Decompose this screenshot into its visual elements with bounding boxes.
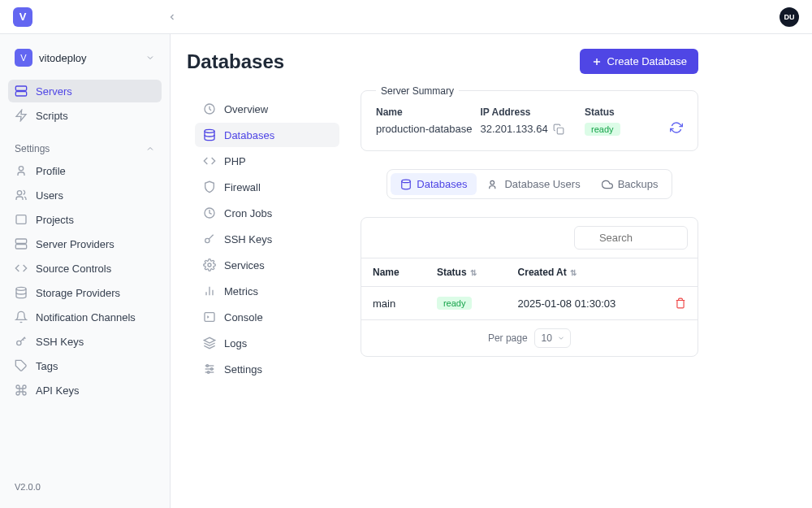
- server-subnav: Overview Databases PHP Firewall Cron Job…: [187, 87, 348, 393]
- subnav-firewall[interactable]: Firewall: [195, 175, 339, 199]
- subnav-console[interactable]: Console: [195, 305, 339, 329]
- search-input[interactable]: [574, 226, 688, 250]
- svg-rect-0: [15, 86, 26, 90]
- subnav-cron-jobs[interactable]: Cron Jobs: [195, 201, 339, 225]
- create-database-button[interactable]: Create Database: [580, 49, 698, 74]
- project-name: vitodeploy: [39, 52, 139, 64]
- svg-point-6: [17, 191, 21, 195]
- svg-line-13: [24, 337, 25, 338]
- database-icon: [15, 286, 28, 299]
- shield-icon: [203, 180, 216, 193]
- copy-icon[interactable]: [553, 124, 564, 135]
- delete-icon[interactable]: [675, 297, 686, 309]
- sidebar-item-scripts[interactable]: Scripts: [8, 104, 162, 127]
- app-logo[interactable]: V: [13, 7, 32, 27]
- sidebar-item-api-keys[interactable]: API Keys: [8, 379, 162, 402]
- server-summary-card: Server Summary Name production-database …: [361, 90, 698, 151]
- svg-line-14: [23, 339, 24, 340]
- sidebar-item-source-controls[interactable]: Source Controls: [8, 257, 162, 280]
- chart-icon: [203, 284, 216, 297]
- sidebar-item-users[interactable]: Users: [8, 184, 162, 206]
- chevron-down-icon: [145, 53, 155, 63]
- svg-line-22: [209, 235, 213, 239]
- key-icon: [203, 232, 216, 245]
- cmd-icon: [15, 384, 28, 397]
- svg-rect-35: [557, 128, 564, 134]
- summary-ip-label: IP Address: [481, 106, 577, 118]
- per-page-select[interactable]: 10: [534, 328, 571, 348]
- terminal-icon: [203, 310, 216, 323]
- zap-icon: [15, 109, 28, 122]
- sidebar-item-tags[interactable]: Tags: [8, 354, 162, 377]
- subnav-logs[interactable]: Logs: [195, 331, 339, 355]
- sidebar-item-notification-channels[interactable]: Notification Channels: [8, 306, 162, 328]
- refresh-icon[interactable]: [670, 121, 683, 134]
- cloud-icon: [602, 179, 613, 190]
- tabs: Databases Database Users Backups: [387, 169, 672, 199]
- svg-point-11: [17, 341, 21, 345]
- sidebar-item-storage-providers[interactable]: Storage Providers: [8, 281, 162, 304]
- svg-rect-7: [16, 215, 26, 224]
- project-selector[interactable]: V vitodeploy: [8, 44, 162, 72]
- col-name[interactable]: Name: [361, 258, 425, 287]
- subnav-databases[interactable]: Databases: [195, 123, 339, 147]
- tab-backups[interactable]: Backups: [592, 173, 668, 195]
- version: V2.0.0: [8, 475, 162, 498]
- code-icon: [15, 262, 28, 275]
- sidebar-item-projects[interactable]: Projects: [8, 208, 162, 231]
- sidebar-item-ssh-keys[interactable]: SSH Keys: [8, 330, 162, 353]
- sort-icon: ⇅: [470, 268, 477, 277]
- summary-status-label: Status: [585, 106, 662, 118]
- svg-point-36: [402, 180, 411, 183]
- table-row: main ready 2025-01-08 01:30:03: [361, 287, 698, 320]
- settings-section-header[interactable]: Settings: [8, 137, 162, 159]
- plus-icon: [591, 56, 603, 67]
- subnav-ssh-keys[interactable]: SSH Keys: [195, 227, 339, 251]
- users-icon: [15, 189, 28, 202]
- users-icon: [488, 179, 499, 190]
- svg-line-12: [20, 337, 24, 341]
- database-icon: [203, 128, 216, 141]
- svg-point-23: [208, 263, 211, 267]
- svg-point-21: [205, 238, 209, 242]
- subnav-overview[interactable]: Overview: [195, 97, 339, 121]
- subnav-metrics[interactable]: Metrics: [195, 279, 339, 303]
- summary-ip-value: 32.201.133.64: [481, 123, 548, 135]
- cell-created: 2025-01-08 01:30:03: [507, 287, 663, 320]
- col-created[interactable]: Created At⇅: [507, 258, 663, 287]
- sidebar-item-server-providers[interactable]: Server Providers: [8, 232, 162, 255]
- sidebar-item-label: Servers: [36, 85, 72, 98]
- server-icon: [15, 85, 28, 98]
- svg-marker-4: [16, 110, 26, 120]
- subnav-settings[interactable]: Settings: [195, 357, 339, 381]
- sidebar-item-label: Scripts: [36, 110, 68, 122]
- bell-icon: [15, 310, 28, 323]
- cog-icon: [203, 258, 216, 271]
- sidebar-item-profile[interactable]: Profile: [8, 159, 162, 182]
- code-icon: [203, 154, 216, 167]
- summary-name-value: production-database: [376, 123, 473, 135]
- subnav-php[interactable]: PHP: [195, 149, 339, 173]
- chevron-down-icon: [557, 334, 565, 342]
- tab-databases[interactable]: Databases: [391, 173, 477, 195]
- tab-database-users[interactable]: Database Users: [478, 173, 590, 195]
- per-page-label: Per page: [488, 332, 528, 344]
- subnav-services[interactable]: Services: [195, 253, 339, 277]
- sliders-icon: [203, 363, 216, 376]
- svg-point-5: [19, 167, 23, 171]
- back-button[interactable]: [162, 7, 182, 27]
- table-card: Name Status⇅ Created At⇅ main ready 2025…: [361, 217, 698, 357]
- svg-marker-28: [204, 337, 214, 343]
- cell-name: main: [361, 287, 425, 320]
- user-icon: [15, 164, 28, 177]
- status-badge: ready: [585, 123, 620, 136]
- summary-name-label: Name: [376, 106, 473, 118]
- svg-rect-27: [205, 313, 214, 322]
- server-icon: [15, 237, 28, 250]
- page-title: Databases: [187, 50, 284, 73]
- avatar[interactable]: DU: [780, 7, 799, 27]
- col-status[interactable]: Status⇅: [425, 258, 507, 287]
- sidebar-item-servers[interactable]: Servers: [8, 80, 162, 102]
- database-icon: [400, 179, 412, 190]
- svg-point-19: [205, 129, 214, 132]
